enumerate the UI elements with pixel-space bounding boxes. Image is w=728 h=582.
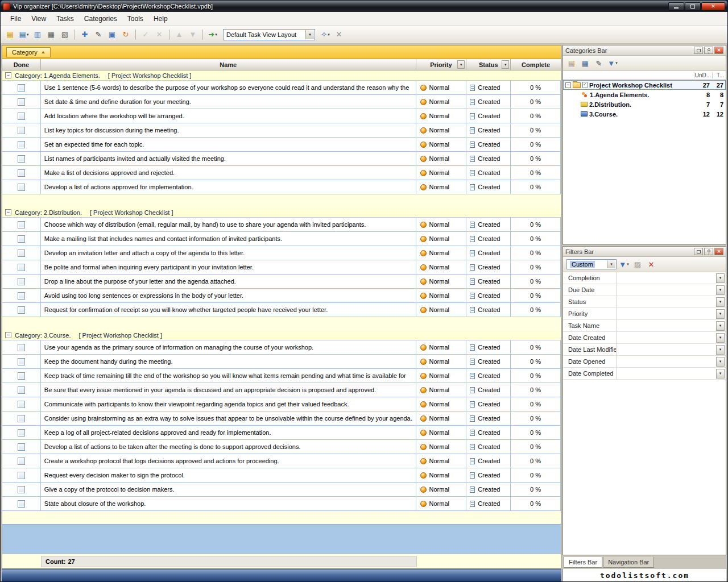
task-complete[interactable]: 0 %: [511, 355, 561, 369]
task-row[interactable]: Use your agenda as the primary source of…: [2, 340, 561, 355]
task-name[interactable]: Keep the document handy during the meeti…: [41, 355, 416, 369]
task-done-checkbox[interactable]: [18, 155, 25, 163]
close-panel-icon[interactable]: ✕: [714, 47, 723, 54]
column-header-priority[interactable]: Priority ▾: [416, 59, 467, 70]
status-filter-button[interactable]: ▾: [502, 60, 509, 69]
task-status[interactable]: Created: [466, 397, 511, 411]
task-status[interactable]: Created: [466, 123, 511, 138]
filter-dropdown-button[interactable]: ▾: [716, 357, 725, 367]
close-panel-icon[interactable]: ✕: [714, 248, 723, 255]
task-name[interactable]: Use your agenda as the primary source of…: [41, 340, 416, 355]
task-status[interactable]: Created: [466, 218, 511, 232]
task-status[interactable]: Created: [466, 340, 511, 355]
filter-field-value[interactable]: [617, 308, 716, 319]
task-name[interactable]: Be sure that every issue mentioned in yo…: [41, 383, 416, 397]
task-complete[interactable]: 0 %: [511, 260, 561, 275]
task-row[interactable]: Keep the document handy during the meeti…: [2, 355, 561, 369]
recurrence-icon[interactable]: ↻: [119, 28, 132, 41]
filter-dropdown-button[interactable]: ▾: [716, 369, 725, 379]
task-row[interactable]: Avoid using too long sentences or expres…: [2, 289, 561, 303]
task-row[interactable]: Develop a list of actions to be taken af…: [2, 440, 561, 454]
task-row[interactable]: Be polite and formal when inquiring ever…: [2, 260, 561, 275]
task-done-checkbox[interactable]: [18, 472, 25, 479]
task-done-checkbox[interactable]: [18, 306, 25, 314]
task-priority[interactable]: Normal: [416, 275, 467, 289]
task-priority[interactable]: Normal: [416, 454, 467, 468]
chevron-down-icon[interactable]: ▾: [328, 32, 330, 37]
tab-navigation-bar[interactable]: Navigation Bar: [603, 557, 654, 568]
duplicate-task-icon[interactable]: ▣: [106, 28, 118, 41]
task-priority[interactable]: Normal: [416, 303, 467, 317]
filter-dropdown-button[interactable]: ▾: [716, 333, 725, 343]
task-name[interactable]: Consider using brainstorming as an extra…: [41, 411, 416, 426]
save-icon[interactable]: ▥: [31, 28, 44, 41]
assign-task-icon[interactable]: ➔▾: [206, 28, 219, 41]
task-status[interactable]: Created: [466, 81, 511, 95]
filter-field-value[interactable]: [617, 356, 716, 367]
column-header-status[interactable]: Status ▾: [466, 59, 511, 70]
task-complete[interactable]: 0 %: [511, 303, 561, 317]
collapse-icon[interactable]: −: [5, 209, 11, 215]
task-name[interactable]: Make a mailing list that includes names …: [41, 232, 416, 246]
task-done-checkbox[interactable]: [18, 415, 25, 422]
category-group-row[interactable]: −Category: 1.Agenda Elements.[ Project W…: [2, 70, 561, 81]
filter-dropdown-button[interactable]: ▾: [716, 297, 725, 307]
task-name[interactable]: Set date & time and define duration for …: [41, 95, 416, 109]
task-row[interactable]: Develop an invitation letter and attach …: [2, 246, 561, 260]
customize-view-icon[interactable]: ✧▾: [319, 28, 332, 41]
task-row[interactable]: Develop a list of actions approved for i…: [2, 180, 561, 194]
menu-item-view[interactable]: View: [26, 13, 51, 25]
filter-field-value[interactable]: [617, 344, 716, 355]
task-status[interactable]: Created: [466, 275, 511, 289]
task-complete[interactable]: 0 %: [511, 138, 561, 152]
add-subcategory-icon[interactable]: ▦: [579, 57, 592, 69]
pin-panel-icon[interactable]: [704, 248, 713, 255]
task-priority[interactable]: Normal: [416, 232, 467, 246]
tab-filters-bar[interactable]: Filters Bar: [564, 557, 602, 568]
task-priority[interactable]: Normal: [416, 497, 467, 511]
task-priority[interactable]: Normal: [416, 180, 467, 194]
task-priority[interactable]: Normal: [416, 109, 467, 123]
minimize-button[interactable]: [668, 2, 684, 11]
task-done-checkbox[interactable]: [18, 443, 25, 451]
close-view-icon[interactable]: ✕: [333, 28, 345, 41]
column-header-complete[interactable]: Complete: [511, 59, 561, 70]
task-priority[interactable]: Normal: [416, 152, 467, 166]
task-name[interactable]: Set an expected time for each topic.: [41, 138, 416, 152]
task-row[interactable]: Drop a line about the purpose of your le…: [2, 275, 561, 289]
task-priority[interactable]: Normal: [416, 166, 467, 180]
task-status[interactable]: Created: [466, 289, 511, 303]
task-status[interactable]: Created: [466, 369, 511, 383]
task-priority[interactable]: Normal: [416, 246, 467, 260]
open-icon[interactable]: ▤▾: [18, 28, 30, 41]
task-priority[interactable]: Normal: [416, 355, 467, 369]
filter-field-value[interactable]: [617, 332, 716, 343]
task-done-checkbox[interactable]: [18, 292, 25, 300]
task-complete[interactable]: 0 %: [511, 152, 561, 166]
cancel-task-icon[interactable]: ✕: [153, 28, 166, 41]
task-complete[interactable]: 0 %: [511, 218, 561, 232]
task-name[interactable]: Develop an invitation letter and attach …: [41, 246, 416, 260]
task-done-checkbox[interactable]: [18, 221, 25, 228]
filter-field-value[interactable]: [617, 272, 716, 284]
task-complete[interactable]: 0 %: [511, 497, 561, 511]
task-done-checkbox[interactable]: [18, 141, 25, 148]
complete-task-icon[interactable]: ✓: [139, 28, 152, 41]
filter-dropdown-button[interactable]: ▾: [716, 345, 725, 355]
filter-dropdown-button[interactable]: ▾: [716, 321, 725, 331]
task-name[interactable]: Develop a list of actions to be taken af…: [41, 440, 416, 454]
collapse-icon[interactable]: −: [565, 82, 571, 88]
menu-item-categories[interactable]: Categories: [79, 13, 122, 25]
task-status[interactable]: Created: [466, 303, 511, 317]
task-row[interactable]: State about closure of the workshop.Norm…: [2, 497, 561, 511]
task-done-checkbox[interactable]: [18, 401, 25, 408]
task-complete[interactable]: 0 %: [511, 468, 561, 483]
menu-item-tasks[interactable]: Tasks: [51, 13, 79, 25]
task-priority[interactable]: Normal: [416, 123, 467, 138]
task-status[interactable]: Created: [466, 95, 511, 109]
task-done-checkbox[interactable]: [18, 98, 25, 106]
chevron-down-icon[interactable]: ▾: [215, 32, 217, 37]
task-name[interactable]: Add location where the workshop will be …: [41, 109, 416, 123]
task-name[interactable]: Give a copy of the protocol to decision …: [41, 483, 416, 497]
chevron-down-icon[interactable]: ▾: [607, 260, 615, 268]
